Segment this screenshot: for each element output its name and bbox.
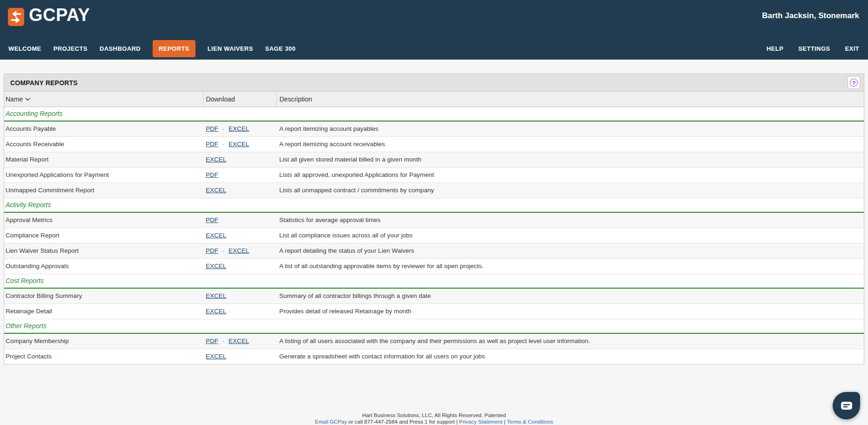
user-display-name: Barth Jacksin, Stonemark	[762, 11, 859, 20]
download-link-excel[interactable]: EXCEL	[206, 353, 226, 360]
download-link-excel[interactable]: EXCEL	[229, 125, 249, 132]
download-link-pdf[interactable]: PDF	[206, 337, 218, 344]
report-row-lien-waiver-status-report: Lien Waiver Status ReportPDF · EXCELA re…	[4, 243, 864, 258]
table-header-row: Name Download Description	[4, 92, 864, 107]
category-row-accounting-reports: Accounting Reports	[4, 107, 864, 121]
nav-item-exit[interactable]: EXIT	[845, 45, 860, 52]
nav-item-lien-waivers[interactable]: LIEN WAIVERS	[208, 45, 253, 52]
swap-arrows-icon	[10, 11, 22, 23]
report-description: List all given stored material billed in…	[276, 152, 864, 167]
help-icon: ?	[850, 79, 858, 87]
report-description: Generate a spreadsheet with contact info…	[276, 349, 864, 364]
report-row-contractor-billing-summary: Contractor Billing SummaryEXCELSummary o…	[4, 288, 864, 304]
download-links-cell: PDF	[203, 212, 276, 228]
download-link-excel[interactable]: EXCEL	[206, 292, 226, 299]
report-row-accounts-payable: Accounts PayablePDF · EXCELA report item…	[4, 121, 864, 136]
download-link-pdf[interactable]: PDF	[206, 171, 218, 178]
download-links-cell: PDF · EXCEL	[203, 333, 276, 349]
download-separator: ·	[221, 141, 226, 148]
panel-title: COMPANY REPORTS	[10, 79, 78, 87]
report-name: Company Membership	[4, 333, 203, 349]
download-link-excel[interactable]: EXCEL	[229, 247, 249, 254]
footer-link-privacy-statement[interactable]: Privacy Statement	[459, 419, 502, 425]
download-link-excel[interactable]: EXCEL	[206, 156, 226, 163]
report-description: Lists all unmapped contract / commitment…	[276, 182, 864, 198]
column-header-download[interactable]: Download	[203, 92, 276, 107]
report-name: Lien Waiver Status Report	[4, 243, 203, 258]
report-name: Compliance Report	[4, 228, 203, 243]
download-links-cell: EXCEL	[203, 349, 276, 364]
column-header-description[interactable]: Description	[276, 92, 864, 107]
report-description: Summary of all contractor billings throu…	[276, 288, 864, 304]
download-links-cell: EXCEL	[203, 152, 276, 167]
category-row-other-reports: Other Reports	[4, 319, 864, 333]
nav-item-help[interactable]: HELP	[767, 45, 783, 52]
download-link-excel[interactable]: EXCEL	[229, 141, 249, 148]
download-link-pdf[interactable]: PDF	[206, 247, 218, 254]
footer-support-line: Email GCPay or call 877-447-2584 and Pre…	[0, 419, 868, 425]
panel-title-bar: COMPANY REPORTS ?	[4, 74, 864, 92]
footer-copyright: Hart Business Solutions, LLC, All Rights…	[0, 412, 868, 418]
report-row-project-contacts: Project ContactsEXCELGenerate a spreadsh…	[4, 349, 864, 364]
category-row-activity-reports: Activity Reports	[4, 198, 864, 212]
report-row-compliance-report: Compliance ReportEXCELList all complianc…	[4, 228, 864, 243]
company-reports-panel: COMPANY REPORTS ? Name Download Descript…	[4, 74, 864, 364]
report-name: Retainage Detail	[4, 304, 203, 319]
reports-table-body: Accounting ReportsAccounts PayablePDF · …	[4, 107, 864, 364]
download-links-cell: EXCEL	[203, 182, 276, 198]
download-links-cell: PDF · EXCEL	[203, 121, 276, 136]
footer-text: or call 877-447-2584 and Press 1 for sup…	[347, 419, 457, 425]
download-link-excel[interactable]: EXCEL	[206, 308, 226, 315]
footer-link-terms-conditions[interactable]: Terms & Conditions	[507, 419, 553, 425]
report-row-approval-metrics: Approval MetricsPDFStatistics for averag…	[4, 212, 864, 228]
report-row-material-report: Material ReportEXCELList all given store…	[4, 152, 864, 167]
download-link-pdf[interactable]: PDF	[206, 216, 218, 223]
report-row-accounts-receivable: Accounts ReceivablePDF · EXCELA report i…	[4, 136, 864, 152]
top-bar: GCPAY Barth Jacksin, Stonemark WELCOMEPR…	[0, 0, 868, 60]
page: GCPAY Barth Jacksin, Stonemark WELCOMEPR…	[0, 0, 868, 425]
report-description: A report itemizing account payables	[276, 121, 864, 136]
download-links-cell: PDF · EXCEL	[203, 136, 276, 152]
report-name: Accounts Payable	[4, 121, 203, 136]
download-link-excel[interactable]: EXCEL	[229, 337, 249, 344]
category-label: Other Reports	[4, 319, 864, 333]
download-link-pdf[interactable]: PDF	[206, 125, 218, 132]
report-description: A report itemizing account receivables	[276, 136, 864, 152]
download-separator: ·	[221, 125, 226, 132]
primary-nav: WELCOMEPROJECTSDASHBOARDREPORTSLIEN WAIV…	[8, 37, 308, 60]
nav-item-settings[interactable]: SETTINGS	[798, 45, 830, 52]
nav-item-sage-300[interactable]: SAGE 300	[265, 45, 296, 52]
nav-item-reports[interactable]: REPORTS	[153, 40, 195, 57]
category-label: Activity Reports	[4, 198, 864, 212]
download-links-cell: EXCEL	[203, 288, 276, 304]
download-links-cell: EXCEL	[203, 228, 276, 243]
sort-chevron-down-icon	[25, 98, 30, 101]
report-name: Approval Metrics	[4, 212, 203, 228]
column-header-name[interactable]: Name	[4, 92, 203, 107]
nav-item-welcome[interactable]: WELCOME	[8, 45, 41, 52]
column-header-name-label: Name	[6, 95, 23, 103]
download-links-cell: EXCEL	[203, 258, 276, 274]
report-description: A report detailing the status of your Li…	[276, 243, 864, 258]
report-name: Contractor Billing Summary	[4, 288, 203, 304]
page-footer: Hart Business Solutions, LLC, All Rights…	[0, 412, 868, 425]
report-name: Project Contacts	[4, 349, 203, 364]
download-link-excel[interactable]: EXCEL	[206, 232, 226, 239]
help-button[interactable]: ?	[848, 76, 860, 89]
report-row-unexported-applications-for-payment: Unexported Applications for PaymentPDFLi…	[4, 167, 864, 182]
download-link-excel[interactable]: EXCEL	[206, 263, 226, 270]
report-row-retainage-detail: Retainage DetailEXCELProvides detail of …	[4, 304, 864, 319]
download-link-excel[interactable]: EXCEL	[206, 187, 226, 194]
nav-item-projects[interactable]: PROJECTS	[54, 45, 87, 52]
download-link-pdf[interactable]: PDF	[206, 141, 218, 148]
report-row-outstanding-approvals: Outstanding ApprovalsEXCELA list of all …	[4, 258, 864, 274]
footer-link-email-gcpay[interactable]: Email GCPay	[315, 419, 347, 425]
chat-launcher-button[interactable]	[833, 392, 860, 419]
category-label: Cost Reports	[4, 274, 864, 288]
nav-item-dashboard[interactable]: DASHBOARD	[100, 45, 141, 52]
download-links-cell: PDF · EXCEL	[203, 243, 276, 258]
report-description: Lists all approved, unexported Applicati…	[276, 167, 864, 182]
footer-text: |	[503, 419, 507, 425]
download-links-cell: EXCEL	[203, 304, 276, 319]
gcpay-logo[interactable]	[8, 8, 24, 26]
